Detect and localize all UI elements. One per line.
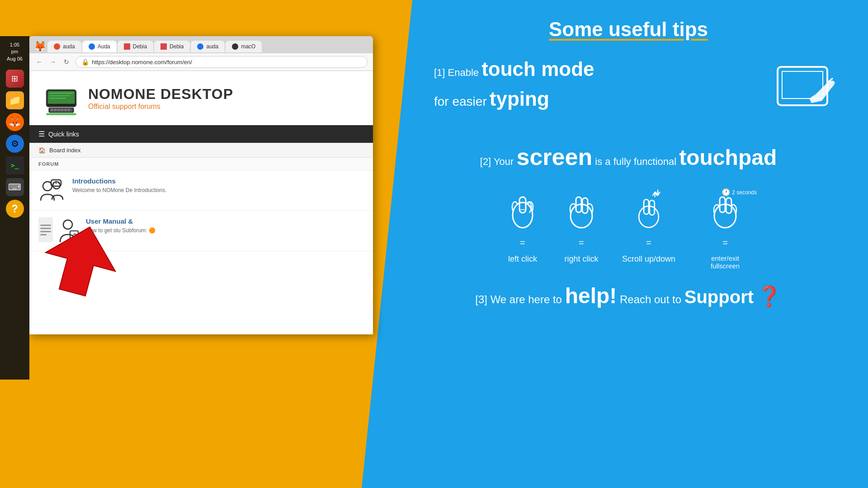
svg-rect-26 [57, 108, 60, 111]
right-click-label: right click [564, 254, 598, 264]
kde-app-icon[interactable]: ⚙ [6, 135, 24, 153]
gesture-row: = left click = right click [505, 188, 752, 270]
svg-rect-27 [61, 108, 63, 111]
forum-title-block: NOMONE DESKTOP Official support forums [88, 86, 233, 111]
forum-title: NOMONE DESKTOP [88, 86, 233, 103]
timer-badge: 🕐 2 seconds [722, 188, 757, 197]
gesture-left-click: = left click [505, 188, 541, 270]
two-finger-icon [563, 188, 599, 233]
svg-rect-25 [54, 108, 57, 111]
forum-section-label: FORUM [29, 158, 373, 171]
one-finger-icon [505, 188, 541, 233]
tab-4[interactable]: Debia [154, 41, 190, 52]
svg-marker-40 [38, 218, 125, 302]
tip2-text: [2] Your screen is a fully functional to… [480, 139, 777, 174]
svg-point-3 [513, 202, 533, 228]
forum-breadcrumb[interactable]: 🏠 Board index [29, 143, 373, 158]
support-emoji: ❓ [757, 285, 782, 307]
left-click-label: left click [508, 254, 537, 264]
tip1-text: [1] Enable touch mode for easier typing [434, 54, 755, 114]
keyboard-app-icon[interactable]: ⌨ [6, 178, 24, 196]
svg-point-35 [56, 183, 57, 184]
forum-item-introductions[interactable]: Introductions Welcome to NOMone De Intro… [29, 171, 373, 211]
browser-tabs: 🦊 auda Auda Debia Debia auda [29, 36, 373, 53]
forum-nav[interactable]: ☰ Quick links [29, 125, 373, 143]
back-button[interactable]: ← [35, 57, 44, 66]
tip3-text: [3] We are here to help! Reach out to Su… [475, 283, 781, 308]
forum-logo [43, 80, 79, 116]
forum-header: NOMONE DESKTOP Official support forums [29, 71, 373, 125]
svg-point-34 [53, 183, 54, 184]
nomone-logo-icon [44, 81, 78, 115]
svg-rect-4 [519, 197, 526, 213]
tips-panel: Some useful tips [1] Enable touch mode f… [362, 0, 868, 488]
reload-button[interactable]: ↻ [62, 57, 71, 66]
gesture-fullscreen: 🕐 2 seconds = enter/exit fullscreen [698, 188, 752, 270]
tab-2[interactable]: Auda [82, 41, 117, 52]
fullscreen-label: enter/exit fullscreen [698, 254, 752, 270]
url-field[interactable]: 🔒 https://desktop.nomone.com/forum/en/ [75, 56, 368, 68]
gesture-scroll: = Scroll up/down [622, 188, 675, 270]
svg-rect-30 [46, 113, 76, 115]
browser-icon: 🦊 [33, 40, 47, 53]
folder-app-icon[interactable]: 📁 [6, 91, 24, 109]
support-app-icon[interactable]: ? [6, 200, 24, 218]
tips-title: Some useful tips [549, 18, 708, 41]
svg-rect-29 [67, 108, 70, 111]
tab-1[interactable]: auda [47, 41, 81, 52]
svg-point-36 [58, 183, 60, 184]
firefox-app-icon[interactable]: 🦊 [6, 113, 24, 131]
scroll-label: Scroll up/down [622, 254, 675, 264]
gesture-right-click: = right click [563, 188, 599, 270]
forum-subtitle: Official support forums [88, 103, 233, 111]
svg-rect-24 [51, 108, 53, 111]
tab-3[interactable]: Debia [118, 41, 153, 52]
svg-rect-28 [64, 108, 67, 111]
taskbar: 1:05 pm Aug 06 ⊞ 📁 🦊 ⚙ >_ ⌨ ? [0, 36, 29, 380]
touch-mode-icon [769, 62, 841, 118]
forum-item-text-introductions: Introductions Welcome to NOMone De Intro… [72, 177, 167, 194]
tab-5[interactable]: auda [191, 41, 225, 52]
browser-chrome: 🦊 auda Auda Debia Debia auda [29, 36, 373, 71]
address-bar: ← → ↻ 🔒 https://desktop.nomone.com/forum… [29, 53, 373, 70]
terminal-app-icon[interactable]: >_ [6, 156, 24, 174]
forum-item-icon-introductions [38, 177, 66, 204]
scroll-icon [631, 188, 667, 233]
clock: 1:05 pm Aug 06 [7, 42, 23, 62]
tab-6[interactable]: macO [226, 41, 262, 52]
forward-button[interactable]: → [48, 57, 57, 66]
grid-app-icon[interactable]: ⊞ [6, 70, 24, 88]
